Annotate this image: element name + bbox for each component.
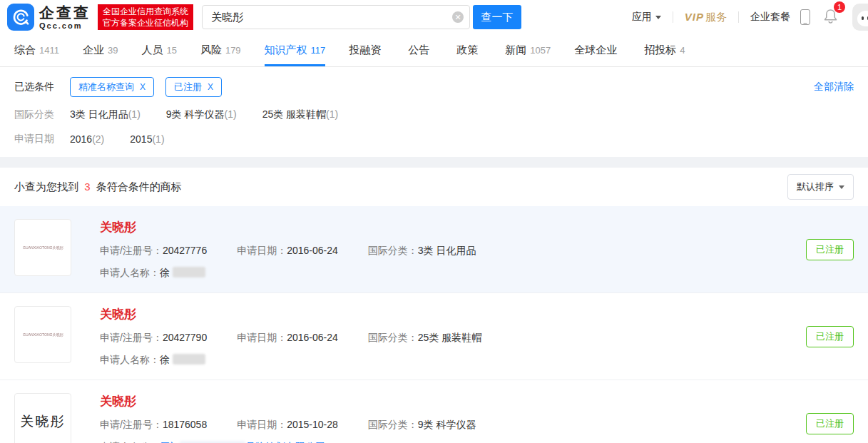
tab-count: 179 (225, 45, 241, 56)
logo-name: 企查查 (39, 5, 91, 20)
tab-label: 投融资 (349, 44, 381, 57)
option-count: (1) (326, 108, 338, 120)
option-count: (1) (128, 108, 141, 120)
apply-date-field: 申请日期：2016-06-24 (237, 332, 338, 345)
class-label: 国际分类： (368, 332, 418, 343)
tab-label: 人员 (141, 44, 163, 57)
search-bar: ✕ 查一下 (202, 5, 521, 29)
tab-risk[interactable]: 风险179 (200, 34, 241, 66)
applicant-field: 申请人名称：徐 (100, 267, 205, 280)
applicant-line: 申请人名称：徐 (100, 267, 806, 280)
tab-label: 招投标 (644, 44, 676, 57)
vip-service-link[interactable]: VIP服务 (685, 11, 727, 24)
tab-label: 风险 (200, 44, 222, 57)
trademark-image[interactable]: GUANXIAOTONG关晓彤 (14, 306, 71, 363)
apply-date-row: 申请日期 2016(2) 2015(1) (14, 133, 854, 146)
trademark-row[interactable]: GUANXIAOTONG关晓彤 关晓彤 申请/注册号：20427776 申请日期… (0, 206, 868, 293)
date-label: 申请日期： (237, 419, 287, 430)
notifications-bell[interactable]: 1 (823, 8, 838, 27)
class-option[interactable]: 3类 日化用品(1) (70, 108, 141, 121)
filter-tag-exact-name[interactable]: 精准名称查询 X (70, 77, 154, 97)
trademark-title-link[interactable]: 关晓彤 (100, 393, 136, 409)
reg-no-label: 申请/注册号： (100, 245, 163, 256)
trademark-info-line: 申请/注册号：20427776 申请日期：2016-06-24 国际分类：3类 … (100, 245, 806, 258)
user-avatar[interactable] (852, 4, 868, 31)
applicant-label: 申请人名称： (100, 267, 160, 278)
tab-label: 政策 (456, 44, 478, 57)
qcc-logo[interactable]: 企查查 Qcc.com (7, 4, 91, 31)
search-button[interactable]: 查一下 (473, 5, 521, 29)
tab-policy[interactable]: 政策 (456, 34, 481, 66)
apply-date-field: 申请日期：2015-10-28 (237, 419, 338, 432)
results-header: 小查为您找到 3 条符合条件的商标 默认排序 (0, 168, 868, 206)
option-text: 2015 (130, 133, 152, 145)
tab-global-enterprise[interactable]: 全球企业 (574, 34, 621, 66)
trademark-details: 关晓彤 申请/注册号：18176058 申请日期：2015-10-28 国际分类… (100, 393, 806, 443)
trademark-info-line: 申请/注册号：18176058 申请日期：2015-10-28 国际分类：9类 … (100, 419, 806, 432)
chevron-down-icon (655, 16, 661, 19)
status-badge: 已注册 (806, 239, 854, 260)
date-value: 2015-10-28 (287, 419, 338, 430)
tab-announcements[interactable]: 公告 (408, 34, 433, 66)
mobile-app-icon[interactable] (800, 9, 810, 25)
international-class-row: 国际分类 3类 日化用品(1) 9类 科学仪器(1) 25类 服装鞋帽(1) (14, 108, 854, 121)
tab-count: 15 (166, 45, 176, 56)
trademark-row[interactable]: GUANXIAOTONG关晓彤 关晓彤 申请/注册号：20427790 申请日期… (0, 293, 868, 380)
clear-all-filters-link[interactable]: 全部清除 (814, 81, 854, 93)
trademark-details: 关晓彤 申请/注册号：20427790 申请日期：2016-06-24 国际分类… (100, 306, 806, 367)
tab-investment[interactable]: 投融资 (349, 34, 384, 66)
tab-enterprise[interactable]: 企业39 (83, 34, 118, 66)
summary-suffix: 条符合条件的商标 (96, 180, 182, 193)
caret-down-icon (839, 185, 844, 189)
date-option[interactable]: 2015(1) (130, 133, 164, 145)
option-text: 25类 服装鞋帽 (262, 108, 326, 120)
trademark-image-text: 关晓彤 (21, 412, 66, 431)
top-header: 企查查 Qcc.com 全国企业信用查询系统 官方备案企业征信机构 ✕ 查一下 … (0, 0, 868, 34)
search-input[interactable] (202, 5, 470, 29)
tab-comprehensive[interactable]: 综合1411 (14, 34, 59, 66)
class-label: 国际分类： (368, 245, 418, 256)
selected-conditions-label: 已选条件 (14, 81, 70, 93)
class-option[interactable]: 9类 科学仪器(1) (166, 108, 237, 121)
trademark-image[interactable]: 关晓彤 (14, 393, 71, 443)
tab-label: 知识产权 (265, 44, 307, 57)
tab-count: 1057 (530, 45, 551, 56)
trademark-row[interactable]: 关晓彤 关晓彤 申请/注册号：18176058 申请日期：2015-10-28 … (0, 380, 868, 443)
reg-no-value: 20427776 (163, 245, 207, 256)
clear-search-icon[interactable]: ✕ (452, 11, 464, 23)
trademark-title-link[interactable]: 关晓彤 (100, 219, 136, 235)
class-filter-label: 国际分类 (14, 108, 70, 121)
qcc-logo-text: 企查查 Qcc.com (39, 5, 91, 30)
tab-news[interactable]: 新闻1057 (505, 34, 551, 66)
tab-label: 公告 (408, 44, 429, 57)
date-value: 2016-06-24 (287, 245, 338, 256)
tab-intellectual-property[interactable]: 知识产权117 (265, 34, 326, 66)
option-text: 9类 科学仪器 (166, 108, 225, 120)
applicant-line: 申请人名称：徐 (100, 354, 806, 367)
tab-bidding[interactable]: 招投标4 (644, 34, 685, 66)
vip-label: VIP (685, 11, 704, 23)
sort-dropdown[interactable]: 默认排序 (787, 174, 854, 200)
summary-prefix: 小查为您找到 (14, 180, 78, 193)
date-option[interactable]: 2016(2) (70, 133, 104, 145)
class-option[interactable]: 25类 服装鞋帽(1) (262, 108, 339, 121)
remove-tag-icon[interactable]: X (140, 82, 145, 92)
tab-people[interactable]: 人员15 (141, 34, 176, 66)
applicant-value: 徐 (160, 354, 170, 365)
filter-tag-registered[interactable]: 已注册 X (165, 77, 222, 97)
trademark-title-link[interactable]: 关晓彤 (100, 306, 136, 322)
trademark-info-line: 申请/注册号：20427790 申请日期：2016-06-24 国际分类：25类… (100, 332, 806, 345)
section-divider (0, 157, 868, 168)
enterprise-package-link[interactable]: 企业套餐 (750, 11, 790, 24)
filter-panel: 已选条件 精准名称查询 X 已注册 X 全部清除 国际分类 3类 日化用品(1)… (0, 67, 868, 157)
date-value: 2016-06-24 (287, 332, 338, 343)
tab-label: 综合 (14, 44, 36, 57)
slogan-line2: 官方备案企业征信机构 (103, 17, 188, 29)
trademark-image[interactable]: GUANXIAOTONG关晓彤 (14, 219, 71, 276)
slogan-line1: 全国企业信用查询系统 (103, 6, 188, 17)
tag-label: 已注册 (174, 81, 202, 93)
date-label: 申请日期： (237, 332, 287, 343)
option-text: 3类 日化用品 (70, 108, 128, 120)
apps-menu[interactable]: 应用 (632, 11, 661, 24)
remove-tag-icon[interactable]: X (208, 82, 213, 92)
